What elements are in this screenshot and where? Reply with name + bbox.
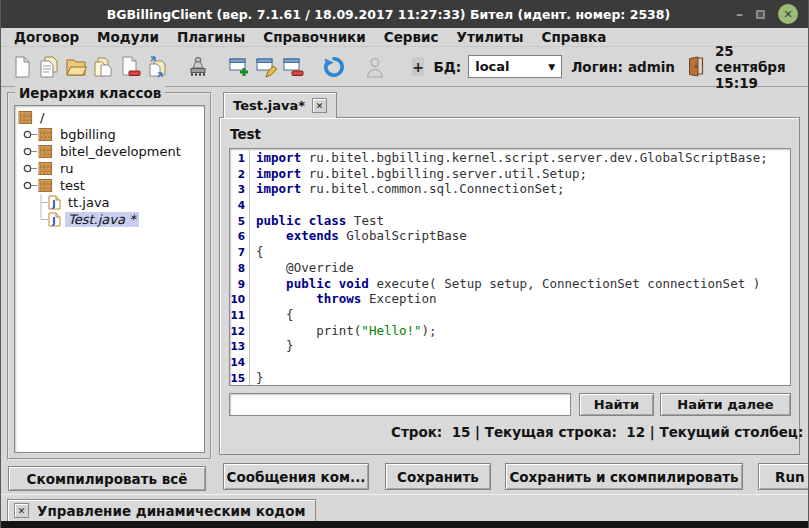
maximize-button[interactable] <box>756 10 765 19</box>
remove-window-icon <box>282 56 304 78</box>
editor-status-line: Строк: 15 | Текущая строка: 12 | Текущий… <box>391 424 791 440</box>
dropdown-arrow-icon: ▼ <box>548 62 555 72</box>
menu-bar: ДоговорМодулиПлагиныСправочникиСервисУти… <box>1 28 808 47</box>
class-name-label: Test <box>230 126 261 142</box>
tab-label: Test.java* <box>233 98 305 113</box>
db-label: БД: <box>433 59 461 75</box>
code-text: import ru.bitel.common.sql.ConnectionSet… <box>256 181 565 197</box>
bottom-tab-label: Управление динамическим кодом <box>37 503 305 519</box>
save-button[interactable]: Сохранить <box>385 463 491 490</box>
tree-connector-line <box>34 211 48 228</box>
stamp-button[interactable] <box>184 54 211 80</box>
tree-item-test[interactable]: test <box>15 177 204 194</box>
database-select[interactable]: local ▼ <box>468 55 562 78</box>
code-line-4: 4 <box>230 197 790 213</box>
code-line-12: 12 print("Hello!"); <box>230 323 790 339</box>
add-window-button[interactable] <box>225 54 252 80</box>
tab-close-icon[interactable]: ✕ <box>312 98 327 113</box>
search-input[interactable] <box>229 393 571 416</box>
java-file-icon: J <box>48 195 61 210</box>
tree-item-bitel-development[interactable]: bitel_development <box>15 143 204 160</box>
tree-item-[interactable]: / <box>15 109 204 126</box>
sync-documents-button[interactable] <box>143 54 170 80</box>
remove-document-button[interactable] <box>116 54 143 80</box>
window-controls: – ✕ <box>736 4 808 24</box>
menu-item-5[interactable]: Сервис <box>375 29 448 45</box>
exit-door-icon[interactable] <box>686 56 705 77</box>
menu-item-1[interactable]: Договор <box>5 29 88 45</box>
tree-connector-line <box>34 194 48 211</box>
compiler-messages-button[interactable]: Сообщения ком... <box>223 463 369 490</box>
code-line-10: 10 throws Exception <box>230 291 790 307</box>
package-icon <box>38 127 53 142</box>
compile-all-button[interactable]: Скомпилировать всё <box>8 466 206 491</box>
edit-window-icon <box>255 56 277 78</box>
edit-window-button[interactable] <box>252 54 279 80</box>
tree-item-test-java[interactable]: JTest.java * <box>15 211 204 228</box>
tree-item-label: tt.java <box>65 195 113 210</box>
user-icon <box>365 56 385 78</box>
line-number: 15 <box>230 370 250 386</box>
title-bar[interactable]: BGBillingClient (вер. 7.1.61 / 18.09.201… <box>1 0 808 28</box>
code-editor[interactable]: 1import ru.bitel.bgbilling.kernel.script… <box>229 148 791 386</box>
svg-text:J: J <box>51 199 55 209</box>
package-icon <box>38 178 53 193</box>
code-text: import ru.bitel.bgbilling.kernel.script.… <box>256 150 768 166</box>
remove-window-button[interactable] <box>279 54 306 80</box>
line-number: 12 <box>230 323 250 339</box>
code-line-14: 14 <box>230 354 790 370</box>
line-number: 11 <box>230 307 250 323</box>
copy-documents-button[interactable] <box>35 54 62 80</box>
documents-stack-button[interactable] <box>89 54 116 80</box>
package-icon <box>38 144 53 159</box>
window-title: BGBillingClient (вер. 7.1.61 / 18.09.201… <box>1 7 736 22</box>
tree-item-ru[interactable]: ru <box>15 160 204 177</box>
menu-item-4[interactable]: Справочники <box>254 29 375 45</box>
code-line-11: 11 { <box>230 307 790 323</box>
minimize-button[interactable]: – <box>736 9 743 19</box>
open-folder-button[interactable] <box>62 54 89 80</box>
add-database-button[interactable]: + <box>412 57 424 76</box>
tree-item-tt-java[interactable]: Jtt.java <box>15 194 204 211</box>
class-tree[interactable]: /bgbillingbitel_developmentrutestJtt.jav… <box>14 105 205 453</box>
line-number: 2 <box>230 166 250 182</box>
window-bottom-edge <box>1 521 808 528</box>
tree-expand-handle-icon[interactable] <box>22 177 38 194</box>
code-text: print("Hello!"); <box>256 323 437 339</box>
tree-item-label: ru <box>57 161 77 176</box>
menu-item-2[interactable]: Модули <box>88 29 168 45</box>
code-line-2: 2import ru.bitel.bgbilling.server.util.S… <box>230 166 790 182</box>
datetime-label: 25 сентября 15:19 <box>715 43 808 91</box>
stamp-icon <box>187 56 209 78</box>
tree-item-label: bgbilling <box>57 127 119 142</box>
menu-item-3[interactable]: Плагины <box>168 29 254 45</box>
tree-item-label: / <box>37 110 47 125</box>
svg-text:J: J <box>51 216 55 226</box>
save-and-compile-button[interactable]: Сохранить и скомпилировать <box>505 463 743 490</box>
new-document-button[interactable] <box>8 54 35 80</box>
code-text: } <box>256 370 264 386</box>
find-next-button[interactable]: Найти далее <box>660 393 791 416</box>
menu-item-6[interactable]: Утилиты <box>447 29 532 45</box>
line-number: 8 <box>230 260 250 276</box>
code-line-7: 7{ <box>230 244 790 260</box>
bottom-tab-close-icon[interactable]: ✕ <box>14 503 29 518</box>
copy-documents-icon <box>38 56 60 78</box>
refresh-button[interactable] <box>320 54 347 80</box>
tree-expand-handle-icon[interactable] <box>22 143 38 160</box>
line-number: 3 <box>230 181 250 197</box>
line-number: 5 <box>230 213 250 229</box>
line-number: 1 <box>230 150 250 166</box>
menu-item-7[interactable]: Справка <box>533 29 616 45</box>
tree-item-bgbilling[interactable]: bgbilling <box>15 126 204 143</box>
code-text: public class Test <box>256 213 384 229</box>
new-document-icon <box>12 56 32 78</box>
tab-dynamic-code-management[interactable]: ✕ Управление динамическим кодом <box>7 499 316 522</box>
tree-expand-handle-icon[interactable] <box>22 126 38 143</box>
run-button[interactable]: Run <box>758 463 809 490</box>
tab-test-java[interactable]: Test.java* ✕ <box>223 92 337 118</box>
find-button[interactable]: Найти <box>579 393 654 416</box>
user-button[interactable] <box>361 54 388 80</box>
close-button[interactable]: ✕ <box>778 4 798 24</box>
tree-expand-handle-icon[interactable] <box>22 160 38 177</box>
